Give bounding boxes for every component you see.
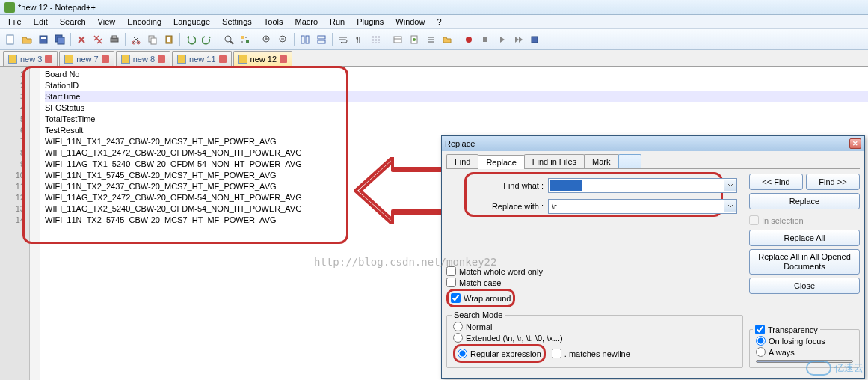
- code-line[interactable]: SFCStatus: [45, 102, 868, 114]
- code-line[interactable]: StationID: [45, 80, 868, 91]
- lang-button[interactable]: [390, 32, 405, 47]
- doc-tab[interactable]: new 3: [3, 51, 58, 66]
- sync-h-button[interactable]: [314, 32, 329, 47]
- tab-find-in-files[interactable]: Find in Files: [524, 154, 585, 168]
- menu-tools[interactable]: Tools: [259, 16, 289, 28]
- sync-v-button[interactable]: [298, 32, 313, 47]
- tab-close-icon[interactable]: [45, 55, 52, 63]
- save-all-button[interactable]: [52, 32, 67, 47]
- save-macro-button[interactable]: [527, 32, 542, 47]
- svg-rect-5: [111, 38, 118, 42]
- tab-mark[interactable]: Mark: [584, 154, 618, 168]
- menu-search[interactable]: Search: [55, 16, 91, 28]
- tab-close-icon[interactable]: [219, 55, 227, 63]
- close-button-dlg[interactable]: Close: [749, 278, 860, 294]
- menu-view[interactable]: View: [93, 16, 121, 28]
- record-macro-button[interactable]: [461, 32, 476, 47]
- close-all-button[interactable]: [90, 32, 105, 47]
- menu-run[interactable]: Run: [324, 16, 350, 28]
- tab-close-icon[interactable]: [280, 55, 287, 63]
- menu-language[interactable]: Language: [168, 16, 215, 28]
- indent-guide-button[interactable]: [369, 32, 384, 47]
- code-line[interactable]: TotalTestTime: [45, 114, 868, 125]
- find-button[interactable]: [221, 32, 236, 47]
- print-button[interactable]: [107, 32, 122, 47]
- matches-newline-checkbox[interactable]: . matches newline: [552, 349, 630, 358]
- close-button[interactable]: [74, 32, 89, 47]
- replace-button[interactable]: [238, 32, 253, 47]
- find-next-button[interactable]: Find >>: [806, 174, 860, 190]
- replace-button[interactable]: Replace: [749, 193, 860, 209]
- undo-button[interactable]: [183, 32, 198, 47]
- find-dropdown-icon[interactable]: [724, 180, 736, 191]
- cut-button[interactable]: [129, 32, 144, 47]
- tab-find[interactable]: Find: [446, 154, 478, 168]
- replace-all-button[interactable]: Replace All: [749, 230, 860, 246]
- menu-encoding[interactable]: Encoding: [122, 16, 167, 28]
- menu-macro[interactable]: Macro: [289, 16, 323, 28]
- brand-text: 亿速云: [834, 361, 864, 375]
- zoom-in-button[interactable]: [259, 32, 274, 47]
- trans-on-losing-radio[interactable]: On losing focus: [756, 336, 853, 346]
- in-selection-checkbox[interactable]: In selection: [749, 215, 860, 225]
- mode-normal-radio[interactable]: Normal: [453, 322, 736, 331]
- svg-rect-19: [306, 36, 309, 43]
- menu-settings[interactable]: Settings: [217, 16, 257, 28]
- save-button[interactable]: [36, 32, 51, 47]
- wrap-button[interactable]: [336, 32, 351, 47]
- func-list-button[interactable]: [423, 32, 438, 47]
- find-what-input[interactable]: [548, 178, 737, 193]
- tab-replace[interactable]: Replace: [478, 155, 524, 169]
- svg-point-26: [466, 37, 472, 43]
- wrap-around-checkbox[interactable]: Wrap around: [451, 293, 511, 303]
- doc-tab[interactable]: new 12: [233, 51, 292, 66]
- tab-close-icon[interactable]: [158, 55, 165, 63]
- folder-button[interactable]: [440, 32, 455, 47]
- zoom-out-button[interactable]: [276, 32, 291, 47]
- tab-close-icon[interactable]: [102, 55, 109, 63]
- doc-tab[interactable]: new 11: [172, 51, 231, 66]
- svg-rect-18: [301, 36, 304, 43]
- tab-extra[interactable]: [618, 154, 641, 168]
- transparency-checkbox[interactable]: Transparency: [753, 325, 820, 334]
- match-case-checkbox[interactable]: Match case: [446, 278, 743, 287]
- stop-macro-button[interactable]: [478, 32, 493, 47]
- doc-map-button[interactable]: [407, 32, 422, 47]
- menu-plugins[interactable]: Plugins: [351, 16, 389, 28]
- show-all-chars-button[interactable]: ¶: [352, 32, 367, 47]
- play-macro-button[interactable]: [494, 32, 509, 47]
- menu-window[interactable]: Window: [390, 16, 430, 28]
- copy-button[interactable]: [145, 32, 160, 47]
- open-file-button[interactable]: [19, 32, 34, 47]
- replace-all-opened-button[interactable]: Replace All in All Opened Documents: [749, 249, 860, 275]
- trans-always-radio[interactable]: Always: [756, 347, 853, 357]
- play-multi-button[interactable]: [511, 32, 526, 47]
- new-file-button[interactable]: [3, 32, 18, 47]
- replace-with-input[interactable]: \r: [548, 199, 737, 214]
- find-prev-button[interactable]: << Find: [749, 174, 803, 190]
- toolbar: ¶: [0, 29, 868, 50]
- svg-rect-10: [151, 38, 156, 44]
- search-mode-label: Search Mode: [452, 310, 505, 319]
- code-line[interactable]: StartTime: [45, 91, 868, 102]
- match-whole-word-checkbox[interactable]: Match whole word only: [446, 266, 743, 276]
- paste-button[interactable]: [161, 32, 176, 47]
- dialog-titlebar[interactable]: Replace ✕: [442, 136, 864, 151]
- code-line[interactable]: TestResult: [45, 125, 868, 136]
- doc-tab[interactable]: new 7: [59, 51, 114, 66]
- code-line[interactable]: Board No: [45, 69, 868, 80]
- mode-regex-radio[interactable]: Regular expression: [458, 349, 541, 358]
- svg-rect-15: [246, 40, 249, 43]
- menu-file[interactable]: File: [3, 16, 27, 28]
- menu-edit[interactable]: Edit: [28, 16, 53, 28]
- menu-[interactable]: ?: [431, 16, 446, 28]
- replace-dropdown-icon[interactable]: [724, 200, 736, 212]
- doc-tab[interactable]: new 8: [116, 51, 170, 66]
- svg-rect-14: [241, 36, 244, 39]
- replace-with-value: \r: [552, 202, 557, 211]
- svg-rect-27: [483, 37, 487, 42]
- mode-extended-radio[interactable]: Extended (\n, \r, \t, \0, \x...): [453, 333, 736, 343]
- dialog-close-button[interactable]: ✕: [849, 138, 861, 149]
- document-tab-bar: new 3new 7new 8new 11new 12: [0, 50, 868, 67]
- redo-button[interactable]: [200, 32, 215, 47]
